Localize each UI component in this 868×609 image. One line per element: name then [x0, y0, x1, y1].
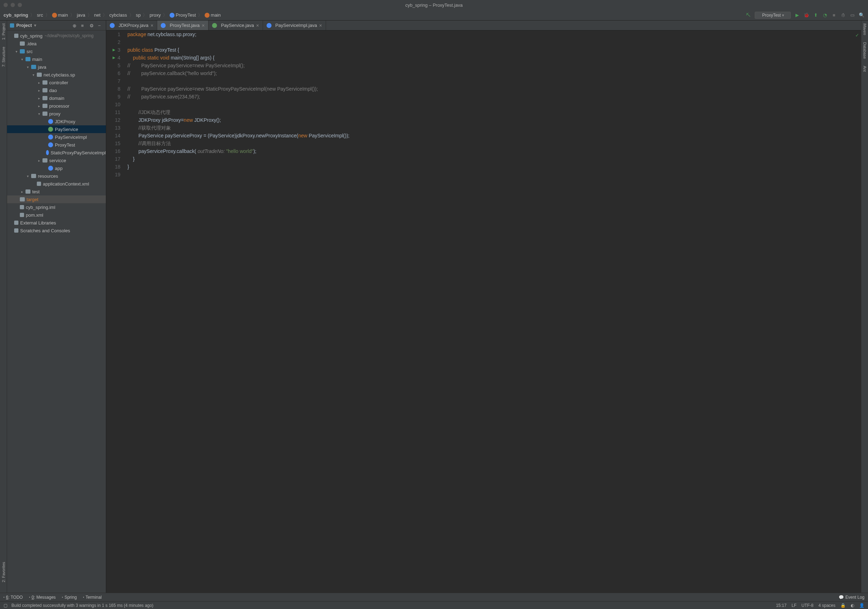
tree-item[interactable]: cyb_spring~/IdeaProjects/cyb_spring — [7, 32, 106, 40]
code-line[interactable]: JDKProxy jdkProxy=new JDKProxy(); — [127, 116, 861, 124]
run-config-selector[interactable]: ProxyTest ▾ — [755, 12, 791, 19]
code-line[interactable]: } — [127, 155, 861, 163]
hide-icon[interactable]: − — [98, 23, 103, 28]
code-line[interactable]: package net.cybclass.sp.proxy; — [127, 31, 861, 38]
tree-item[interactable]: ▾proxy — [7, 110, 106, 118]
breadcrumb-item[interactable]: net — [94, 12, 101, 18]
tree-item[interactable]: PayService — [7, 126, 106, 133]
analysis-ok-icon[interactable]: ✓ — [855, 33, 859, 38]
tree-item[interactable]: PayServiceImpl — [7, 133, 106, 141]
coverage-button[interactable]: ⬆ — [813, 12, 818, 18]
build-icon[interactable]: ⛏ — [746, 12, 751, 18]
search-everywhere-icon[interactable]: 🔍 — [859, 12, 865, 18]
tree-item[interactable]: pom.xml — [7, 211, 106, 219]
tree-arrow[interactable]: ▸ — [38, 81, 42, 85]
rail-database[interactable]: Database — [863, 42, 867, 59]
tree-item[interactable]: ▾java — [7, 63, 106, 71]
code-line[interactable]: payServiceProxy.callback( outTradeNo: "h… — [127, 147, 861, 155]
breadcrumb-item[interactable]: main — [52, 12, 68, 18]
indent-settings[interactable]: 4 spaces — [818, 603, 835, 608]
rail-ant[interactable]: Ant — [863, 66, 867, 72]
code-line[interactable]: } — [127, 163, 861, 170]
code-line[interactable]: //JDK动态代理 — [127, 108, 861, 116]
rail-project[interactable]: 1: Project — [2, 23, 6, 40]
tree-item[interactable]: ▸controller — [7, 79, 106, 87]
line-separator[interactable]: LF — [792, 603, 797, 608]
breadcrumb-item[interactable]: java — [77, 12, 85, 18]
run-gutter-icon[interactable]: ▶ — [113, 46, 115, 54]
code-line[interactable]: // PayService payService=new PayServiceI… — [127, 62, 861, 70]
code-line[interactable] — [127, 101, 861, 108]
tree-item[interactable]: ▾net.cybclass.sp — [7, 71, 106, 79]
tree-arrow[interactable]: ▾ — [27, 65, 31, 69]
close-tab-icon[interactable]: × — [150, 23, 153, 28]
tree-arrow[interactable]: ▾ — [33, 73, 37, 77]
run-gutter-icon[interactable]: ▶ — [113, 54, 115, 62]
tree-arrow[interactable]: ▾ — [38, 112, 42, 116]
project-tree[interactable]: cyb_spring~/IdeaProjects/cyb_spring.idea… — [7, 31, 106, 593]
code-line[interactable]: //获取代理对象 — [127, 124, 861, 132]
code-line[interactable]: public class ProxyTest { — [127, 46, 861, 54]
tree-arrow[interactable]: ▾ — [16, 50, 20, 53]
bottom-tool-tab[interactable]: ▪Terminal — [83, 595, 102, 600]
tree-item[interactable]: ▸dao — [7, 87, 106, 94]
stop-button[interactable]: ■ — [831, 12, 837, 18]
tree-item[interactable]: app — [7, 164, 106, 172]
breadcrumb-item[interactable]: cyb_spring — [3, 12, 28, 18]
project-view-label[interactable]: Project — [16, 23, 32, 28]
caret-position[interactable]: 15:17 — [776, 603, 787, 608]
layout-button[interactable]: ▭ — [849, 12, 855, 18]
minimize-window[interactable] — [11, 3, 15, 7]
breadcrumb-item[interactable]: ProxyTest — [170, 12, 196, 18]
close-tab-icon[interactable]: × — [319, 23, 322, 28]
editor-content[interactable]: package net.cybclass.sp.proxy;public cla… — [124, 31, 861, 593]
tree-item[interactable]: cyb_spring.iml — [7, 203, 106, 211]
code-line[interactable]: public static void main(String[] args) { — [127, 54, 861, 62]
event-log-button[interactable]: 💬 Event Log — [839, 595, 865, 600]
tree-item[interactable]: ▾src — [7, 48, 106, 55]
tree-item[interactable]: applicationContext.xml — [7, 180, 106, 188]
code-line[interactable]: // payService.callback("hello world"); — [127, 70, 861, 77]
tree-item[interactable]: .idea — [7, 40, 106, 48]
tree-item[interactable]: target — [7, 195, 106, 203]
code-editor[interactable]: 12▶3▶45678910111213141516171819 package … — [106, 31, 861, 593]
tree-item[interactable]: ▸domain — [7, 94, 106, 102]
settings-icon[interactable]: ⚙ — [90, 23, 95, 28]
tree-item[interactable]: ▸test — [7, 188, 106, 195]
bottom-tool-tab[interactable]: ▪0: Messages — [29, 595, 56, 600]
code-line[interactable]: // PayService payService=new StaticProxy… — [127, 85, 861, 93]
tree-item[interactable]: External Libraries — [7, 219, 106, 226]
profile-button[interactable]: ◔ — [822, 12, 828, 18]
breadcrumb-item[interactable]: src — [37, 12, 43, 18]
code-line[interactable] — [127, 170, 861, 178]
code-line[interactable]: PayService payServiceProxy = (PayService… — [127, 132, 861, 139]
bottom-tool-tab[interactable]: ▪Spring — [62, 595, 77, 600]
tree-item[interactable]: ▸processor — [7, 102, 106, 110]
tree-arrow[interactable]: ▸ — [38, 96, 42, 100]
code-line[interactable]: // payService.save(234,567); — [127, 93, 861, 101]
rail-structure[interactable]: 7: Structure — [2, 47, 6, 67]
close-tab-icon[interactable]: × — [256, 23, 259, 28]
tree-item[interactable]: ▾resources — [7, 172, 106, 180]
tree-arrow[interactable]: ▸ — [38, 104, 42, 108]
editor-tab[interactable]: ProxyTest.java× — [157, 20, 209, 30]
code-line[interactable] — [127, 38, 861, 46]
tree-arrow[interactable]: ▸ — [38, 88, 42, 92]
expand-all-icon[interactable]: ≡ — [81, 23, 86, 28]
editor-tab[interactable]: PayService.java× — [209, 20, 263, 30]
code-line[interactable]: //调用目标方法 — [127, 139, 861, 147]
profile-icon[interactable]: 👤 — [859, 603, 865, 608]
memory-icon[interactable]: ◐ — [851, 603, 854, 608]
tree-arrow[interactable]: ▸ — [38, 159, 42, 163]
debug-button[interactable]: 🐞 — [804, 12, 809, 18]
readonly-lock-icon[interactable]: 🔒 — [840, 603, 846, 608]
file-encoding[interactable]: UTF-8 — [801, 603, 814, 608]
editor-tab[interactable]: JDKProxy.java× — [106, 20, 157, 30]
code-line[interactable] — [127, 77, 861, 85]
breadcrumb-item[interactable]: cybclass — [109, 12, 127, 18]
rail-maven[interactable]: Maven — [863, 23, 867, 35]
select-opened-file-icon[interactable]: ⊕ — [73, 23, 78, 28]
tree-arrow[interactable]: ▸ — [21, 190, 25, 194]
breadcrumb-item[interactable]: proxy — [149, 12, 161, 18]
rail-favorites[interactable]: 2: Favorites — [2, 562, 6, 582]
